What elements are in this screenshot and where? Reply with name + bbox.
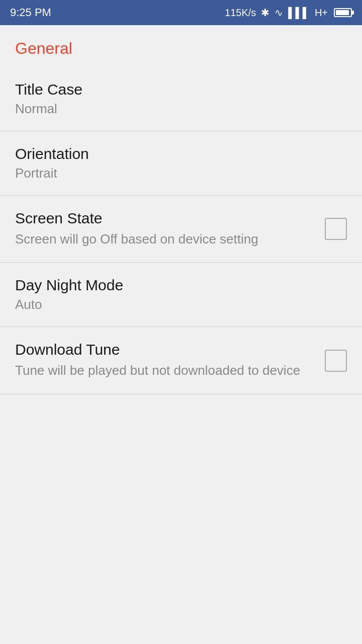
status-bar-left: 9:25 PM (10, 6, 51, 19)
page-content: General Title Case Normal Orientation Po… (0, 25, 362, 394)
settings-item-orientation-label: Orientation (15, 145, 337, 163)
settings-item-day-night-mode-value: Auto (15, 297, 337, 312)
settings-item-screen-state-label: Screen State (15, 210, 315, 227)
bluetooth-icon: ✱ (261, 7, 269, 19)
settings-item-screen-state-description: Screen will go Off based on device setti… (15, 230, 315, 248)
status-bar: 9:25 PM 115K/s ✱ ∿ ▌▌▌ H+ (0, 0, 362, 25)
battery-icon (334, 8, 352, 17)
settings-item-orientation[interactable]: Orientation Portrait (0, 131, 362, 196)
network-speed: 115K/s (225, 7, 256, 19)
settings-item-title-case-value: Normal (15, 101, 337, 117)
settings-item-download-tune[interactable]: Download Tune Tune will be played but no… (0, 327, 362, 394)
data-icon: H+ (315, 7, 328, 19)
settings-item-orientation-text: Orientation Portrait (15, 145, 347, 181)
settings-item-day-night-mode-text: Day Night Mode Auto (15, 277, 347, 312)
settings-item-title-case-label: Title Case (15, 81, 337, 98)
status-bar-right: 115K/s ✱ ∿ ▌▌▌ H+ (225, 7, 352, 19)
signal-icon: ▌▌▌ (288, 7, 310, 19)
settings-item-download-tune-description: Tune will be played but not downloaded t… (15, 361, 315, 379)
settings-item-screen-state[interactable]: Screen State Screen will go Off based on… (0, 196, 362, 263)
time-display: 9:25 PM (10, 6, 51, 19)
settings-item-download-tune-label: Download Tune (15, 341, 315, 358)
settings-item-screen-state-text: Screen State Screen will go Off based on… (15, 210, 325, 248)
settings-item-orientation-value: Portrait (15, 166, 337, 181)
settings-item-title-case[interactable]: Title Case Normal (0, 67, 362, 131)
settings-item-download-tune-text: Download Tune Tune will be played but no… (15, 341, 325, 379)
wifi-icon: ∿ (275, 7, 283, 19)
settings-item-day-night-mode[interactable]: Day Night Mode Auto (0, 263, 362, 327)
screen-state-checkbox[interactable] (325, 218, 347, 240)
section-header: General (0, 25, 362, 67)
settings-item-day-night-mode-label: Day Night Mode (15, 277, 337, 294)
settings-item-title-case-text: Title Case Normal (15, 81, 347, 117)
battery-fill (336, 10, 349, 15)
section-title: General (15, 39, 72, 57)
download-tune-checkbox[interactable] (325, 350, 347, 372)
